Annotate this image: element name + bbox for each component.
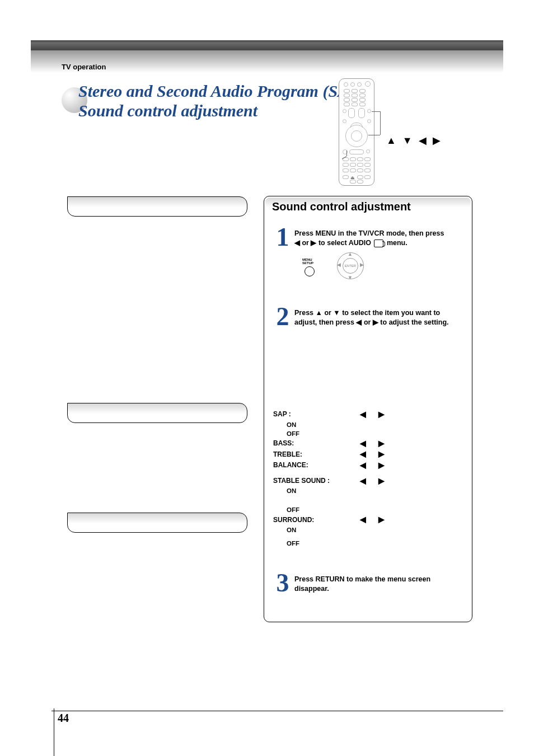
footer-vertical-divider [54,708,54,756]
dpad-arrows-label: ▲ ▼ ◀ ▶ [386,134,442,147]
step-number-2: 2 [273,302,292,331]
stable-arrows: ◀▶ [360,476,397,487]
step-number-1: 1 [273,222,292,252]
left-panel-slot-3 [67,513,247,533]
balance-label: BALANCE: [273,461,360,470]
step2-text-a: Press ▲ or ▼ to select the item you want… [294,309,440,317]
step1-text-b: ◀ or ▶ to select AUDIO [294,239,371,247]
step2-text-b: adjust, then press ◀ or ▶ to adjust the … [294,318,449,326]
sap-on: ON [273,420,463,429]
breadcrumb: TV operation [62,63,106,71]
chevron-down-icon: ▼ [348,275,353,280]
page-title-line1: Stereo and Second Audio Program (SAP)/ [78,82,369,100]
enter-button-label: ENTER [343,258,358,274]
stable-sound-label: STABLE SOUND : [273,476,360,486]
stable-off: OFF [273,505,463,514]
footer-divider [51,711,503,711]
left-panel-slot-2 [67,403,247,423]
balance-arrows: ◀▶ [360,460,397,471]
page-title-line2: Sound control adjustment [78,101,257,120]
step-number-3: 3 [273,568,292,598]
step3-text-b: disappear. [294,585,329,593]
step1-text-a: Press MENU in the TV/VCR mode, then pres… [294,229,444,237]
surround-off: OFF [273,539,463,548]
surround-on: ON [273,525,463,534]
sap-label: SAP : [273,410,360,419]
header-bar [31,40,503,50]
step1-text-c: menu. [387,239,407,247]
button-circle-icon [305,266,315,276]
dpad-illustration: ▲ ▼ ◀ ▶ ENTER [337,252,365,280]
manual-page: TV operation Stereo and Second Audio Pro… [0,0,534,756]
step3-text-a: Press RETURN to make the menu screen [294,575,430,583]
surround-label: SURROUND: [273,515,360,525]
step-3: 3 Press RETURN to make the menu screen d… [273,575,463,594]
step-2: 2 Press ▲ or ▼ to select the item you wa… [273,308,463,327]
treble-arrows: ◀▶ [360,449,397,460]
settings-list: SAP : ◀▶ ON OFF BASS: ◀▶ TREBLE: ◀▶ BALA… [273,409,463,548]
page-number: 44 [58,712,69,725]
chevron-left-icon: ◀ [337,262,341,267]
surround-arrows: ◀▶ [360,514,397,525]
menu-setup-button-illustration: MENU SETUP [302,258,315,276]
setup-label: SETUP [302,261,315,265]
chevron-up-icon: ▲ [348,251,353,257]
step-1: 1 Press MENU in the TV/VCR mode, then pr… [273,229,463,248]
instruction-box: Sound control adjustment 1 Press MENU in… [264,196,472,622]
bass-label: BASS: [273,439,360,448]
chevron-right-icon: ▶ [360,262,364,267]
treble-label: TREBLE: [273,450,360,459]
sap-arrows: ◀▶ [360,409,397,420]
sap-off: OFF [273,429,463,438]
page-title-row: Stereo and Second Audio Program (SAP)/ S… [62,82,481,120]
box-heading: Sound control adjustment [265,198,471,215]
stable-on: ON [273,486,463,495]
audio-icon [374,240,383,247]
left-panel-slot-1 [67,196,247,217]
bass-arrows: ◀▶ [360,438,397,449]
remote-illustration: ⏏ [339,78,374,186]
